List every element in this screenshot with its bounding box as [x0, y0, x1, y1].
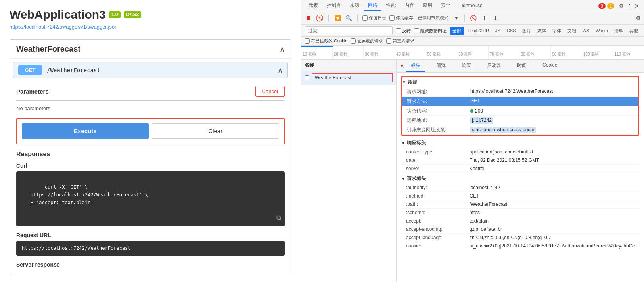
tab-application[interactable]: 应用	[419, 0, 436, 11]
filter-clear-btn[interactable]: 清单	[611, 27, 626, 35]
cancel-button[interactable]: Cancel	[255, 86, 285, 97]
general-referrer-row: 引荐来源网址政策: strict-origin-when-cross-origi…	[402, 125, 638, 135]
disable-cache-label[interactable]: 停用缓存	[389, 15, 413, 21]
invert-checkbox[interactable]	[396, 28, 401, 33]
detail-tab-preview[interactable]: 预览	[431, 60, 450, 72]
detail-tab-initiator[interactable]: 启动器	[482, 60, 506, 72]
hide-data-urls-label[interactable]: 隐藏数据网址	[414, 28, 447, 34]
execute-button[interactable]: Execute	[22, 123, 149, 139]
detail-tab-timing[interactable]: 时间	[512, 60, 531, 72]
blocked-request-label[interactable]: 被屏蔽的请求	[351, 38, 383, 44]
general-referrer-key: 引荐来源网址政策:	[407, 127, 470, 133]
blocked-cookie-label[interactable]: 有已拦截的 Cookie	[305, 38, 347, 44]
filter-css-btn[interactable]: CSS	[504, 27, 519, 35]
filter-button[interactable]: 🔽	[334, 14, 341, 22]
req-scheme-row: :scheme: https	[401, 209, 639, 217]
req-accept-encoding-row: accept-encoding: gzip, deflate, br	[401, 225, 639, 234]
request-headers-section-title[interactable]: ▼ 请求标头	[401, 173, 639, 184]
general-remote-addr-row: 远程地址: [::1]:7242	[402, 116, 638, 125]
hide-data-urls-checkbox[interactable]	[414, 28, 419, 33]
clear-button[interactable]: Clear	[152, 123, 280, 139]
detail-tab-response[interactable]: 响应	[457, 60, 476, 72]
tab-console[interactable]: 控制台	[323, 0, 345, 11]
invert-checkbox-label[interactable]: 反转	[396, 28, 411, 34]
filter-ws-btn[interactable]: WS	[580, 27, 592, 35]
close-devtools-button[interactable]: ✕	[633, 2, 641, 10]
req-accept-row: accept: text/plain	[401, 217, 639, 225]
req-accept-key: accept:	[406, 218, 470, 224]
preserve-log-checkbox[interactable]	[362, 15, 368, 21]
req-authority-row: :authority: localhost:7242	[401, 184, 639, 192]
app-title-row: WebApplication3 1.0 OAS3	[10, 8, 291, 21]
req-method-key: :method:	[406, 193, 470, 199]
detail-content: ▼ 常规 请求网址: https://localhost:7242/Weathe…	[397, 73, 644, 253]
third-party-label[interactable]: 第三方请求	[386, 38, 414, 44]
stop-button[interactable]: 🚫	[316, 14, 324, 22]
general-request-url-row: 请求网址: https://localhost:7242/WeatherFore…	[402, 87, 638, 97]
network-item-weatherforecast[interactable]: WeatherForecast	[301, 71, 396, 85]
general-status-value: 200	[470, 107, 483, 114]
req-accept-encoding-key: accept-encoding:	[406, 226, 470, 232]
tab-sources[interactable]: 来源	[346, 0, 363, 11]
req-method-row: :method: GET	[401, 192, 639, 200]
filter-all-btn[interactable]: 全部	[450, 27, 464, 35]
settings-icon[interactable]: ⚙	[619, 3, 624, 9]
third-party-checkbox[interactable]	[386, 38, 391, 44]
filter-img-btn[interactable]: 图片	[519, 27, 534, 35]
throttle-dropdown-icon[interactable]: ▼	[454, 15, 459, 21]
filter-fetch-xhr-btn[interactable]: Fetch/XHR	[465, 27, 492, 35]
disable-cache-checkbox[interactable]	[389, 15, 395, 21]
general-collapse-arrow: ▼	[402, 80, 406, 84]
version-badge: 1.0	[109, 11, 121, 18]
tab-elements[interactable]: 元素	[305, 0, 322, 11]
devtools-settings-icon[interactable]: ⚙	[636, 15, 641, 21]
copy-icon[interactable]: ⧉	[276, 213, 281, 223]
filter-font-btn[interactable]: 字体	[550, 27, 564, 35]
filter-input[interactable]	[305, 26, 393, 35]
tab-memory[interactable]: 内存	[401, 0, 418, 11]
resp-date-key: date:	[406, 157, 470, 163]
tab-lighthouse[interactable]: Lighthouse	[455, 1, 487, 11]
filter-doc-btn[interactable]: 文档	[565, 27, 579, 35]
filter-wasm-btn[interactable]: Wasm	[593, 27, 611, 35]
tab-network[interactable]: 网络	[364, 0, 381, 11]
more-options-icon[interactable]: ⋮	[627, 3, 632, 9]
detail-tab-headers[interactable]: 标头	[406, 60, 425, 72]
tick-70ms: 70 毫秒	[488, 46, 519, 59]
no-params-text: No parameters	[16, 106, 285, 111]
general-method-key: 请求方法:	[407, 98, 470, 105]
endpoint-collapse-icon[interactable]: ∧	[278, 66, 283, 75]
block-icon[interactable]: 🚫	[470, 14, 477, 22]
tab-performance[interactable]: 性能	[382, 0, 400, 11]
preserve-log-label[interactable]: 保留日志	[362, 15, 386, 21]
swagger-url[interactable]: https://localhost:7242/swagger/v1/swagge…	[10, 24, 291, 30]
detail-close-icon[interactable]: ✕	[400, 63, 404, 69]
status-ok-dot	[470, 109, 473, 113]
collapse-icon[interactable]: ∧	[280, 45, 285, 54]
general-status-key: 状态代码:	[407, 107, 470, 114]
detail-tabs: ✕ 标头 预览 响应 启动器 时间 Cookie	[397, 60, 644, 73]
general-section-title[interactable]: ▼ 常规	[402, 77, 638, 87]
filter-js-btn[interactable]: JS	[493, 27, 503, 35]
filter-media-btn[interactable]: 媒体	[535, 27, 549, 35]
app-title: WebApplication3	[10, 8, 106, 21]
network-item-checkbox[interactable]	[305, 75, 309, 80]
filter-other-btn[interactable]: 其他	[627, 27, 641, 35]
blocked-cookie-checkbox[interactable]	[305, 38, 310, 44]
search-button[interactable]: 🔍	[345, 14, 353, 22]
import-button[interactable]: ⬆	[481, 14, 489, 22]
blocked-request-checkbox[interactable]	[351, 38, 356, 44]
endpoint-row[interactable]: GET /WeatherForecast ∧	[13, 62, 288, 78]
detail-tab-cookies[interactable]: Cookie	[538, 60, 562, 72]
toolbar-divider3	[464, 15, 465, 22]
cookie-bar: 有已拦截的 Cookie 被屏蔽的请求 第三方请求	[301, 37, 644, 46]
weather-forecast-section: WeatherForecast ∧ GET /WeatherForecast ∧…	[10, 39, 291, 275]
oas3-badge: OAS3	[124, 11, 142, 18]
export-button[interactable]: ⬇	[492, 14, 500, 22]
tick-20ms: 20 毫秒	[332, 46, 364, 59]
record-button[interactable]: ⏺	[305, 14, 312, 22]
endpoint-path: /WeatherForecast	[47, 67, 278, 73]
tab-security[interactable]: 安全	[437, 0, 454, 11]
response-headers-section-title[interactable]: ▼ 响应标头	[401, 137, 639, 148]
req-accept-value: text/plain	[470, 218, 489, 224]
